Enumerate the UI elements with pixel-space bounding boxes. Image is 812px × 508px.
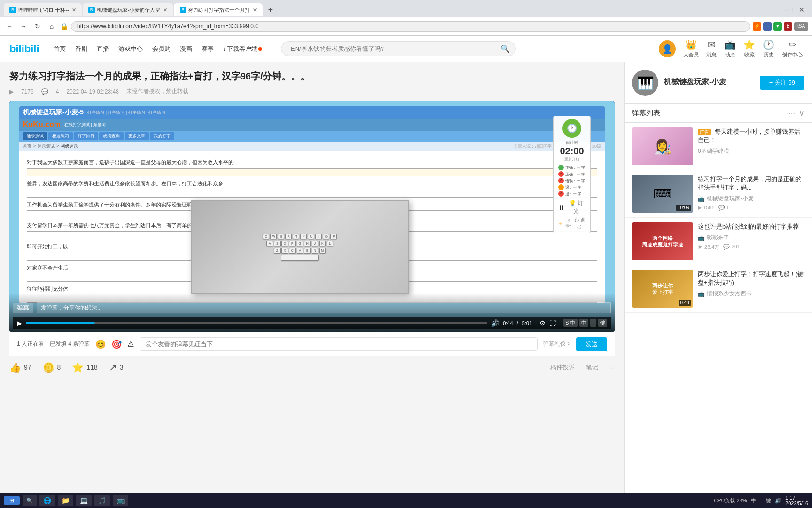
quality-btn[interactable]: 中 [579,319,588,327]
play-pause-btn[interactable]: ▶ [17,319,22,327]
keyboard-layout-icon[interactable]: 键 [766,497,771,504]
network-icon[interactable]: ↑ [760,498,763,503]
start-button[interactable]: ⊞ [4,496,20,505]
picture-in-picture-btn[interactable]: 键 [598,319,607,327]
rec-video-2[interactable]: ⌨ 10:09 练习打字一个月的成果，用的是正确的指法手型打字，码... 📺 机… [625,170,812,218]
tab-3-close[interactable]: ✕ [253,7,257,13]
collect-button[interactable]: ⭐ 118 [72,362,97,373]
taskbar-app-4[interactable]: 🎵 [94,495,110,506]
avatar[interactable]: 👤 [659,40,676,57]
typing-nav-speedtest[interactable]: 速录测试 [23,132,47,140]
tab-2-favicon: B [88,7,95,13]
extension-icon-3[interactable]: ▼ [773,22,782,31]
tab-2-close[interactable]: ✕ [163,7,167,13]
danmaku-send-button[interactable]: 发送 [576,337,607,351]
minimize-btn[interactable]: ─ [785,6,789,14]
nav-game[interactable]: 游戏中心 [118,45,143,53]
extension-icon-4[interactable]: B [784,22,792,31]
extension-icon-5[interactable]: tSA [794,22,808,31]
nav-download[interactable]: ↓ 下载客户端 [223,45,263,53]
typing-input-2[interactable] [27,190,597,198]
danmaku-collapse-icon[interactable]: ∨ [799,109,804,118]
like-button[interactable]: 👍 97 [9,362,31,373]
new-tab-button[interactable]: + [264,3,277,16]
danmaku-more-icon[interactable]: ··· [789,109,795,118]
tab-3[interactable]: B 努力练习打字指法一个月打 ✕ [174,3,263,16]
progress-fill [26,322,95,324]
tab-1[interactable]: B 哔哩哔哩 ( '-')ロ 千杯-- ✕ [4,3,82,16]
danmaku-icon-1[interactable]: 😊 [95,339,106,349]
nav-manga[interactable]: 漫画 [180,45,192,53]
share-button[interactable]: ↗ 3 [109,362,124,373]
taskbar-explorer[interactable]: 📁 [58,495,73,506]
typing-input-1[interactable] [27,168,597,176]
message-btn[interactable]: ✉ 消息 [706,39,717,58]
refresh-button[interactable]: ↻ [32,21,43,32]
author-avatar[interactable]: 🎹 [632,70,658,96]
rec-video-4[interactable]: 两步让你爱上打字 0:44 两步让你爱上打字！打字速度飞起！(键盘+指法技巧) … [625,265,812,313]
taskbar-search[interactable]: 🔍 [23,495,37,506]
history-btn[interactable]: 🕐 历史 [763,39,774,58]
rec-title-4: 两步让你爱上打字！打字速度飞起！(键盘+指法技巧) [698,270,804,287]
maximize-btn[interactable]: □ [792,6,796,14]
back-button[interactable]: ← [4,21,15,32]
taskbar-app-5[interactable]: 📺 [113,495,128,506]
video-player[interactable]: 机械键盘玩家-小麦-5 打字练习 | 打字练习 | 打字练习 | 打字练习 Ku… [9,101,615,332]
danmaku-text-input[interactable] [140,337,537,351]
report-button[interactable]: 稿件投诉 [550,363,575,372]
creative-btn[interactable]: ✏ 创作中心 [782,39,803,58]
typing-nav-scores[interactable]: 成绩查询 [99,132,124,140]
taskbar-browser[interactable]: 🌐 [39,495,55,506]
typing-nav-ranking[interactable]: 打字排行 [74,132,98,140]
collect-icon: ⭐ [72,362,84,373]
typing-nav-practice[interactable]: 极速练习 [48,132,73,140]
nav-premium[interactable]: 会员购 [152,45,171,53]
danmaku-toggle[interactable]: 弹幕 [13,303,33,313]
speed-btn[interactable]: ↑ [590,319,597,327]
more-button[interactable]: ··· [609,364,615,371]
nav-home[interactable]: 首页 [54,45,66,53]
danmaku-input-video[interactable]: 发弹幕，分享你的想法... [37,302,611,313]
address-input[interactable] [71,21,750,32]
history-icon: 🕐 [763,39,774,50]
search-input[interactable] [287,45,500,52]
subtitle-btn[interactable]: S 中 [563,319,577,327]
settings-btn[interactable]: ⚙ [539,319,546,327]
follow-button[interactable]: + 关注 69 [760,76,804,90]
rec-thumb-4: 两步让你爱上打字 0:44 [632,270,693,308]
volume-icon[interactable]: 🔊 [775,498,781,504]
nav-drama[interactable]: 番剧 [75,45,87,53]
home-button[interactable]: ⌂ [46,21,57,32]
note-button[interactable]: 笔记 [586,363,598,372]
forward-button[interactable]: → [18,21,29,32]
bilibili-logo[interactable]: bilibili [9,43,39,55]
close-window-btn[interactable]: ✕ [799,6,804,14]
search-icon[interactable]: 🔍 [500,44,510,53]
danmaku-icon-2[interactable]: 🎯 [111,339,122,349]
nav-esports[interactable]: 赛事 [202,45,214,53]
collection-btn[interactable]: ⭐ 收藏 [743,39,755,58]
extension-icon-2[interactable]: ··· [763,22,772,31]
rec-video-3[interactable]: 两个网络周速成魔鬼打字速 这也许是b站能找到的最好的打字推荐 📺 彩彩来了 ▶ … [625,218,812,265]
extension-icon-1[interactable]: ⚡ [753,22,761,31]
dachui-btn[interactable]: 👑 大会员 [683,39,699,58]
danmaku-icon-3[interactable]: ⚠ [127,340,134,349]
breadcrumb-speedtest: 速录测试 [38,143,55,150]
light-icon[interactable]: 💡 灯光 [567,199,586,215]
danmaku-etiquette-link[interactable]: 弹幕礼仪 > [543,340,570,348]
fullscreen-btn[interactable]: ⛶ [549,319,556,327]
typing-nav-articles[interactable]: 更多文章 [125,132,149,140]
typing-nav-mytyping[interactable]: 我的打字 [150,132,174,140]
dynamic-btn[interactable]: 📺 动态 [724,39,736,58]
video-progress[interactable] [26,322,487,324]
coin-button[interactable]: 🪙 8 [43,362,61,373]
tab-2[interactable]: B 机械键盘玩家-小麦的个人空 ✕ [83,3,173,16]
rec-video-1[interactable]: 👩‍🎨 广告 每天建模一小时，接单赚钱养活自己！ 0基础学建模 [625,123,812,170]
volume-btn[interactable]: 🔊 [491,319,499,327]
pause-icon[interactable]: ⏸ [558,204,565,211]
power-icon[interactable]: ⏻ 退出 [574,217,586,230]
taskbar-app-3[interactable]: 💻 [76,495,92,506]
nav-live[interactable]: 直播 [97,45,109,53]
tab-1-close[interactable]: ✕ [72,7,76,13]
input-method-icon[interactable]: 中 [751,497,756,504]
